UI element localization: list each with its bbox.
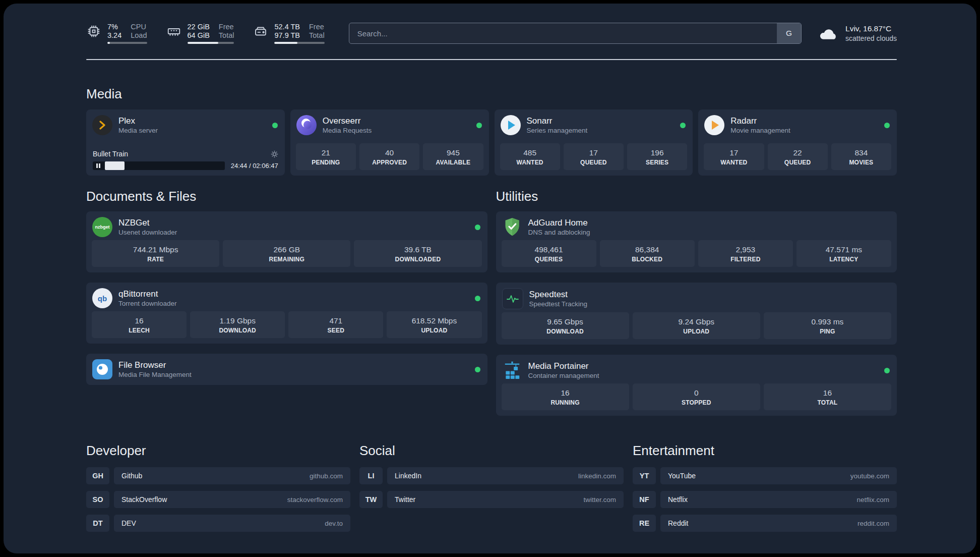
bookmark-twitter[interactable]: TW Twitter twitter.com (359, 491, 624, 508)
service-card-portainer[interactable]: Media Portainer Container management 16 … (496, 355, 897, 416)
bookmark-netflix[interactable]: NF Netflix netflix.com (633, 491, 897, 508)
service-name: Media Portainer (528, 361, 599, 371)
status-dot (272, 123, 278, 128)
adguard-icon (502, 217, 522, 237)
sonarr-icon (501, 115, 521, 135)
memory-usage-bar (188, 42, 234, 44)
bookmark-stackoverflow[interactable]: SO StackOverflow stackoverflow.com (86, 491, 350, 508)
stat-filtered: 2,953 FILTERED (698, 240, 793, 267)
stat-rate: 744.21 Mbps RATE (92, 240, 219, 267)
bookmark-youtube[interactable]: YT YouTube youtube.com (633, 467, 897, 484)
stat-wanted: 17 WANTED (704, 143, 764, 170)
service-card-adguard[interactable]: AdGuard Home DNS and adblocking 498,461 … (496, 211, 897, 272)
stat-remaining: 266 GB REMAINING (223, 240, 350, 267)
nzbget-icon: nzbget (92, 217, 112, 237)
bookmark-abbr[interactable]: DT (86, 515, 109, 532)
stat-latency: 47.571 ms LATENCY (797, 240, 891, 267)
service-card-sonarr[interactable]: Sonarr Series management 485 WANTED 17 Q… (495, 109, 693, 176)
portainer-icon (502, 360, 522, 380)
utilities-column: Utilities AdGuard Home DNS and adblockin… (496, 189, 897, 416)
service-desc: Movie management (730, 126, 790, 135)
stat-series: 196 SERIES (627, 143, 687, 170)
service-card-speedtest[interactable]: Speedtest Speedtest Tracking 9.65 Gbps D… (496, 283, 897, 345)
service-name: Overseerr (323, 116, 372, 126)
disk-total-label: Total (309, 31, 325, 40)
stat-running: 16 RUNNING (502, 383, 629, 410)
playback-progress-bar[interactable] (93, 161, 225, 170)
bookmark-url: reddit.com (858, 520, 889, 527)
stat-movies: 834 MOVIES (831, 143, 891, 170)
bookmark-url: stackoverflow.com (287, 496, 343, 504)
service-name: Radarr (730, 116, 790, 126)
service-card-plex[interactable]: Plex Media server Bullet Train (86, 109, 285, 176)
stat-download: 1.19 Gbps DOWNLOAD (190, 311, 285, 338)
service-name: File Browser (118, 360, 192, 370)
bookmark-github[interactable]: GH Github github.com (86, 467, 350, 484)
qbittorrent-icon: qb (92, 288, 112, 308)
media-row: Plex Media server Bullet Train (86, 109, 897, 176)
service-card-nzbget[interactable]: nzbget NZBGet Usenet downloader 744.21 M… (86, 211, 487, 272)
bookmark-abbr[interactable]: TW (359, 491, 383, 508)
section-title-developer: Developer (86, 443, 350, 458)
status-dot (475, 296, 480, 301)
service-name: AdGuard Home (528, 217, 590, 228)
weather-widget: Lviv, 16.87°C scattered clouds (819, 24, 897, 43)
bookmark-url: youtube.com (850, 472, 889, 480)
bookmark-group-developer: Developer GH Github github.com SO StackO… (86, 443, 350, 538)
disk-icon (253, 24, 268, 39)
weather-location: Lviv, 16.87°C (845, 24, 897, 34)
cpu-percent: 7% (107, 23, 121, 31)
bookmark-reddit[interactable]: RE Reddit reddit.com (633, 515, 897, 532)
search-input[interactable] (349, 23, 802, 44)
cpu-label: CPU (131, 23, 147, 31)
cpu-usage-bar (107, 42, 147, 44)
bookmark-url: dev.to (325, 520, 343, 527)
bookmark-name: Twitter (395, 495, 415, 504)
disk-usage-bar (274, 42, 324, 44)
bookmark-abbr[interactable]: LI (359, 467, 383, 484)
stat-stopped: 0 STOPPED (633, 383, 760, 410)
bookmark-abbr[interactable]: YT (633, 467, 656, 484)
bookmark-abbr[interactable]: NF (633, 491, 656, 508)
stat-upload: 618.52 Mbps UPLOAD (387, 311, 481, 338)
service-name: Sonarr (527, 116, 588, 126)
section-title-social: Social (359, 443, 624, 458)
service-card-filebrowser[interactable]: File Browser Media File Management (86, 354, 487, 385)
stat-ping: 0.993 ms PING (764, 312, 891, 339)
disk-free-label: Free (309, 23, 325, 31)
stat-download: 9.65 Gbps DOWNLOAD (502, 312, 629, 339)
bookmark-abbr[interactable]: GH (86, 467, 109, 484)
bookmark-name: Netflix (668, 495, 688, 504)
service-desc: DNS and adblocking (528, 228, 590, 237)
pause-icon[interactable] (96, 163, 100, 168)
service-desc: Media server (118, 126, 158, 135)
stat-total: 16 TOTAL (764, 383, 891, 410)
top-bar: 7% 3.24 CPU Load 22 GiB (86, 23, 897, 44)
memory-widget: 22 GiB 64 GiB Free Total (166, 23, 234, 44)
service-name: Plex (118, 116, 158, 126)
bookmark-linkedin[interactable]: LI LinkedIn linkedin.com (359, 467, 624, 484)
stat-queries: 498,461 QUERIES (502, 240, 596, 267)
stat-downloaded: 39.6 TB DOWNLOADED (354, 240, 481, 267)
bookmark-group-entertainment: Entertainment YT YouTube youtube.com NF … (633, 443, 897, 538)
service-card-radarr[interactable]: Radarr Movie management 17 WANTED 22 QUE… (698, 109, 897, 176)
service-desc: Series management (527, 126, 588, 135)
search-provider-button[interactable]: G (777, 23, 801, 43)
disk-widget: 52.4 TB 97.9 TB Free Total (253, 23, 324, 44)
status-dot (884, 368, 890, 373)
status-dot (475, 225, 480, 230)
now-playing-title: Bullet Train (93, 150, 128, 158)
service-name: NZBGet (118, 217, 177, 228)
cpu-icon (86, 24, 101, 39)
status-dot (476, 123, 482, 128)
bookmark-abbr[interactable]: RE (633, 515, 656, 532)
service-card-overseerr[interactable]: Overseerr Media Requests 21 PENDING 40 A… (290, 109, 489, 176)
bookmark-abbr[interactable]: SO (86, 491, 109, 508)
service-desc: Media Requests (323, 126, 372, 135)
bookmark-dev[interactable]: DT DEV dev.to (86, 515, 350, 532)
middle-columns: Documents & Files nzbget NZBGet Usenet d… (86, 189, 897, 416)
bookmark-url: netflix.com (856, 496, 889, 504)
plex-now-playing: Bullet Train 24:44 / 02:06:47 (86, 150, 285, 176)
settings-gear-icon[interactable] (271, 150, 278, 158)
service-card-qbittorrent[interactable]: qb qBittorrent Torrent downloader 16 LEE… (86, 283, 487, 344)
